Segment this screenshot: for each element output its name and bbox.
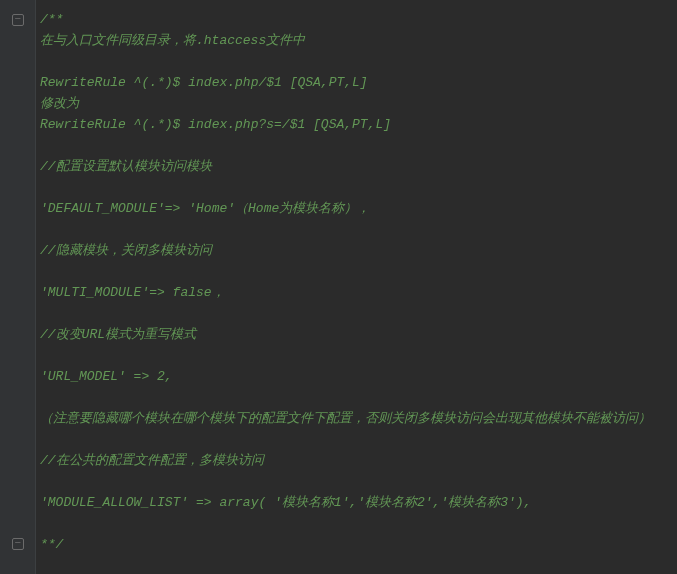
- code-line: （注意要隐藏哪个模块在哪个模块下的配置文件下配置，否则关闭多模块访问会出现其他模…: [40, 409, 677, 430]
- fold-open-icon[interactable]: [12, 14, 24, 26]
- code-line: [40, 220, 677, 241]
- code-line: [40, 178, 677, 199]
- code-line: [40, 304, 677, 325]
- code-line: [40, 136, 677, 157]
- code-line: RewriteRule ^(.*)$ index.php/$1 [QSA,PT,…: [40, 73, 677, 94]
- code-line: **/: [40, 535, 677, 556]
- code-line: RewriteRule ^(.*)$ index.php?s=/$1 [QSA,…: [40, 115, 677, 136]
- code-line: [40, 262, 677, 283]
- gutter: [0, 0, 36, 574]
- code-line: //配置设置默认模块访问模块: [40, 157, 677, 178]
- code-line: 'MODULE_ALLOW_LIST' => array( '模块名称1','模…: [40, 493, 677, 514]
- code-line: [40, 346, 677, 367]
- code-line: //在公共的配置文件配置，多模块访问: [40, 451, 677, 472]
- code-area[interactable]: /** 在与入口文件同级目录，将.htaccess文件中 RewriteRule…: [36, 0, 677, 574]
- code-line: [40, 52, 677, 73]
- code-line: [40, 430, 677, 451]
- code-line: //改变URL模式为重写模式: [40, 325, 677, 346]
- code-line: 修改为: [40, 94, 677, 115]
- code-line: 'URL_MODEL' => 2,: [40, 367, 677, 388]
- code-line: [40, 472, 677, 493]
- code-line: /**: [40, 10, 677, 31]
- editor-container: /** 在与入口文件同级目录，将.htaccess文件中 RewriteRule…: [0, 0, 677, 574]
- code-line: [40, 388, 677, 409]
- code-line: 'DEFAULT_MODULE'=> 'Home'（Home为模块名称），: [40, 199, 677, 220]
- code-line: 'MULTI_MODULE'=> false，: [40, 283, 677, 304]
- code-line: [40, 514, 677, 535]
- code-line: //隐藏模块，关闭多模块访问: [40, 241, 677, 262]
- fold-close-icon[interactable]: [12, 538, 24, 550]
- code-line: 在与入口文件同级目录，将.htaccess文件中: [40, 31, 677, 52]
